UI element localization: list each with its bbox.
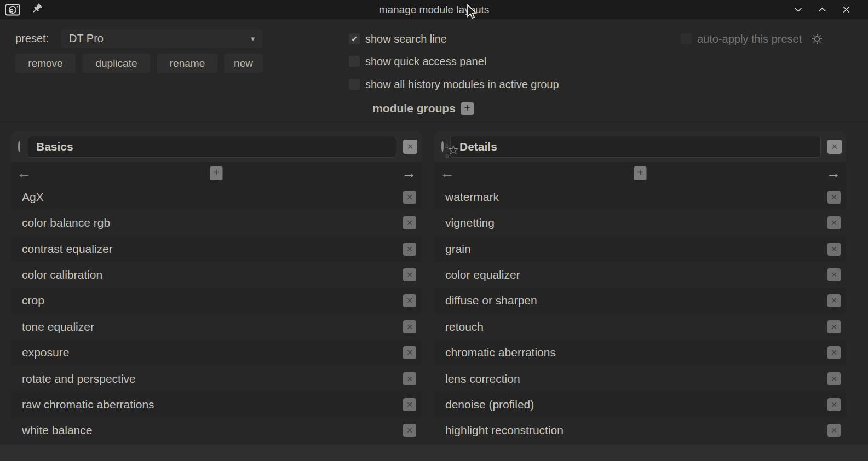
remove-module-button[interactable]: ✕: [827, 191, 841, 204]
remove-module-button[interactable]: ✕: [827, 320, 841, 333]
module-row[interactable]: color balance rgb✕: [11, 210, 422, 235]
move-group-right-icon[interactable]: →: [826, 166, 841, 181]
minimize-chevron-icon[interactable]: [793, 4, 803, 15]
mouse-cursor: [467, 4, 479, 23]
window-title: manage module layouts: [0, 0, 868, 19]
effects-group-stars-icon[interactable]: ☆☆☆: [441, 142, 444, 152]
module-row[interactable]: retouch✕: [434, 314, 846, 339]
remove-module-button[interactable]: ✕: [403, 372, 416, 385]
remove-module-button[interactable]: ✕: [827, 398, 841, 411]
titlebar: manage module layouts: [0, 0, 868, 19]
option-auto-apply-preset[interactable]: auto-apply this preset: [681, 32, 824, 45]
remove-module-button[interactable]: ✕: [403, 346, 416, 359]
module-row[interactable]: crop✕: [11, 288, 422, 314]
checkbox-auto-apply-preset[interactable]: [681, 33, 692, 44]
move-group-right-icon[interactable]: →: [401, 166, 416, 181]
checkbox-show-quick-access-panel[interactable]: [349, 56, 360, 67]
maximize-chevron-icon[interactable]: [817, 4, 827, 15]
preset-dropdown-value: DT Pro: [69, 32, 251, 45]
remove-module-button[interactable]: ✕: [403, 191, 416, 204]
module-row[interactable]: rotate and perspective✕: [11, 366, 422, 391]
remove-module-button[interactable]: ✕: [403, 268, 416, 281]
remove-preset-button[interactable]: remove: [15, 54, 76, 73]
group-name-input[interactable]: [27, 136, 396, 158]
remove-module-button[interactable]: ✕: [827, 424, 841, 437]
option-show-all-history-modules[interactable]: show all history modules in active group: [349, 78, 559, 91]
rename-preset-button[interactable]: rename: [157, 54, 217, 73]
add-group-button[interactable]: +: [461, 102, 474, 115]
separator-line: [0, 122, 868, 122]
group-header: ✕: [11, 131, 422, 162]
chevron-down-icon: ▾: [251, 34, 255, 43]
remove-module-button[interactable]: ✕: [827, 243, 841, 256]
delete-group-button[interactable]: ✕: [827, 140, 842, 154]
module-row[interactable]: lens correction✕: [434, 366, 846, 391]
remove-module-button[interactable]: ✕: [827, 216, 841, 229]
checkbox-show-search-line[interactable]: [349, 33, 360, 44]
add-module-button[interactable]: +: [634, 166, 647, 180]
remove-module-button[interactable]: ✕: [827, 372, 841, 385]
duplicate-preset-button[interactable]: duplicate: [83, 54, 150, 73]
close-icon[interactable]: [841, 4, 852, 15]
module-groups-title: module groups: [372, 102, 456, 115]
remove-module-button[interactable]: ✕: [403, 216, 416, 229]
group-name-input[interactable]: [450, 136, 821, 158]
module-row[interactable]: AgX✕: [11, 184, 422, 210]
module-row[interactable]: denoise (profiled)✕: [434, 391, 846, 417]
module-list-basics: AgX✕ color balance rgb✕ contrast equaliz…: [11, 184, 422, 443]
module-row[interactable]: highlight reconstruction✕: [434, 418, 846, 443]
remove-module-button[interactable]: ✕: [827, 294, 841, 307]
preset-label: preset:: [15, 32, 49, 45]
remove-module-button[interactable]: ✕: [403, 243, 416, 256]
group-panel-basics: ✕ ← + → AgX✕ color balance rgb✕ contrast…: [11, 131, 422, 443]
module-row[interactable]: raw chromatic aberrations✕: [11, 391, 422, 417]
module-row[interactable]: color calibration✕: [11, 262, 422, 287]
module-row[interactable]: contrast equalizer✕: [11, 236, 422, 262]
option-show-quick-access-panel[interactable]: show quick access panel: [349, 55, 486, 68]
move-group-left-icon[interactable]: ←: [16, 166, 31, 181]
group-header: ☆☆☆ ✕: [434, 131, 846, 162]
remove-module-button[interactable]: ✕: [827, 268, 841, 281]
group-toolbar: ← + →: [11, 162, 422, 184]
group-panel-details: ☆☆☆ ✕ ← + → watermark✕ vignetting✕ grain…: [434, 131, 846, 443]
manage-module-layouts-dialog: manage module layouts preset: DT Pro ▾ s…: [0, 0, 868, 461]
module-row[interactable]: exposure✕: [11, 339, 422, 365]
window-footer: [0, 445, 868, 461]
remove-module-button[interactable]: ✕: [403, 294, 416, 307]
new-preset-button[interactable]: new: [224, 54, 263, 73]
checkbox-show-all-history-modules[interactable]: [349, 79, 360, 90]
module-row[interactable]: watermark✕: [434, 184, 846, 210]
module-row[interactable]: tone equalizer✕: [11, 314, 422, 339]
remove-module-button[interactable]: ✕: [403, 398, 416, 411]
add-module-button[interactable]: +: [210, 166, 223, 180]
module-row[interactable]: chromatic aberrations✕: [434, 339, 846, 365]
preset-dropdown[interactable]: DT Pro ▾: [61, 29, 262, 48]
option-show-search-line[interactable]: show search line: [349, 32, 447, 45]
basic-group-circle-icon[interactable]: [18, 142, 20, 152]
module-list-details: watermark✕ vignetting✕ grain✕ color equa…: [434, 184, 846, 443]
move-group-left-icon[interactable]: ←: [440, 166, 455, 181]
module-row[interactable]: vignetting✕: [434, 210, 846, 235]
module-row[interactable]: grain✕: [434, 236, 846, 262]
group-toolbar: ← + →: [434, 162, 846, 184]
module-row[interactable]: white balance✕: [11, 418, 422, 443]
delete-group-button[interactable]: ✕: [403, 140, 417, 154]
remove-module-button[interactable]: ✕: [403, 424, 416, 437]
module-row[interactable]: color equalizer✕: [434, 262, 846, 287]
gear-icon[interactable]: [810, 32, 824, 45]
remove-module-button[interactable]: ✕: [403, 320, 416, 333]
remove-module-button[interactable]: ✕: [827, 346, 841, 359]
module-row[interactable]: diffuse or sharpen✕: [434, 288, 846, 314]
